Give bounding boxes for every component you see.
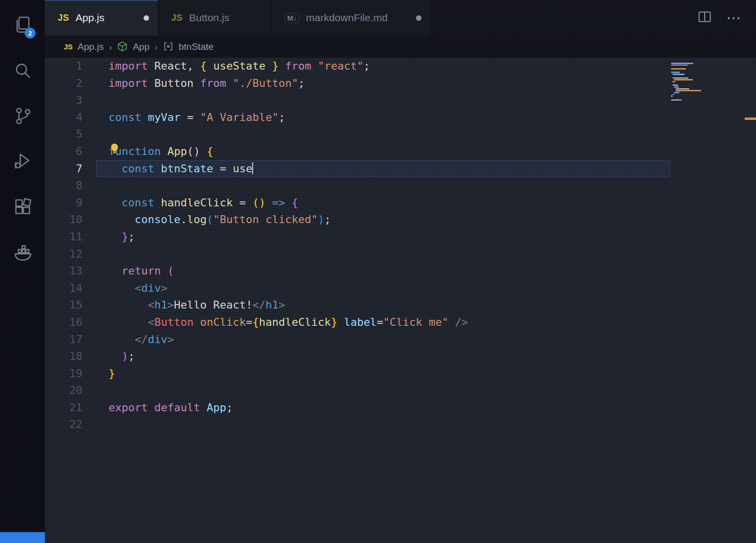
code-token [338, 316, 344, 328]
code-token: ( [207, 213, 213, 226]
code-token: < [135, 282, 141, 294]
code-token [109, 213, 135, 226]
code-token [154, 162, 161, 175]
run-and-debug-icon[interactable] [13, 151, 33, 170]
code-line-1[interactable]: 1import React, { useState } from "react"… [45, 58, 756, 75]
code-token: div [141, 282, 161, 294]
code-line-18[interactable]: 18 ); [45, 348, 756, 365]
line-number[interactable]: 3 [45, 92, 82, 109]
line-number[interactable]: 21 [45, 399, 82, 417]
code-line-2[interactable]: 2import Button from "./Button"; [45, 75, 756, 92]
code-action-lightbulb-icon[interactable] [109, 143, 120, 155]
code-line-10[interactable]: 10 console.log("Button clicked"); [45, 211, 756, 229]
code-token: > [278, 299, 285, 311]
code-token: > [167, 333, 174, 346]
editor-pane[interactable]: 1import React, { useState } from "react"… [45, 58, 756, 543]
code-token: h1 [265, 299, 279, 311]
line-number[interactable]: 1 [45, 58, 82, 75]
code-line-14[interactable]: 14 <div> [45, 280, 756, 297]
code-token: handleClick [259, 316, 331, 328]
code-token [148, 401, 154, 414]
code-token: myVar [148, 111, 180, 123]
code-line-13[interactable]: 13 return ( [45, 263, 756, 280]
overview-ruler-marker[interactable] [745, 117, 756, 120]
docker-icon[interactable] [13, 243, 33, 263]
code-line-8[interactable]: 8 [45, 177, 756, 194]
modified-dot-icon[interactable] [416, 15, 421, 21]
line-number[interactable]: 2 [45, 75, 82, 92]
code-line-15[interactable]: 15 <h1>Hello React!</h1> [45, 297, 756, 314]
code-text: return ( [82, 263, 174, 280]
vscode-window: 2 JS App.js JS Button.js M↓ mark [0, 0, 756, 543]
line-number[interactable]: 11 [45, 229, 82, 246]
tab-markdownfile-md[interactable]: M↓ markdownFile.md [272, 0, 431, 36]
code-token: h1 [154, 299, 168, 311]
code-token: const [122, 162, 154, 175]
line-number[interactable]: 12 [45, 246, 82, 263]
code-line-12[interactable]: 12 [45, 246, 756, 263]
code-token: = [181, 111, 200, 123]
line-number[interactable]: 17 [45, 331, 82, 349]
minimap[interactable] [671, 63, 717, 103]
line-number[interactable]: 13 [45, 263, 82, 280]
breadcrumb-symbol-btnstate[interactable]: btnState [179, 41, 214, 52]
more-actions-icon[interactable]: ⋯ [726, 10, 742, 25]
code-token: ) [318, 213, 324, 226]
code-text: <h1>Hello React!</h1> [82, 297, 285, 314]
minimap-line [671, 63, 693, 64]
line-number[interactable]: 9 [45, 194, 82, 212]
code-line-20[interactable]: 20 [45, 382, 756, 399]
line-number[interactable]: 15 [45, 297, 82, 314]
explorer-icon[interactable]: 2 [13, 15, 33, 35]
line-number[interactable]: 6 [45, 143, 82, 160]
code-token: = use [213, 162, 252, 175]
code-token [109, 231, 122, 243]
code-token: default [154, 401, 200, 414]
code-token [449, 316, 455, 328]
breadcrumb-file[interactable]: App.js [77, 41, 104, 52]
extensions-icon[interactable] [13, 197, 33, 217]
code-line-5[interactable]: 5 [45, 126, 756, 143]
code-text: import React, { useState } from "react"; [82, 58, 370, 75]
split-editor-icon[interactable] [698, 10, 712, 26]
tab-button-js[interactable]: JS Button.js [158, 0, 272, 36]
line-number[interactable]: 19 [45, 365, 82, 383]
code-token: const [122, 196, 154, 209]
source-control-icon[interactable] [13, 106, 33, 126]
tab-app-js[interactable]: JS App.js [45, 0, 158, 36]
line-number[interactable]: 22 [45, 416, 82, 433]
code-token: ( [167, 265, 174, 277]
code-token: log [187, 213, 207, 226]
modified-dot-icon[interactable] [144, 15, 149, 21]
search-icon[interactable] [13, 61, 33, 81]
tab-bar: JS App.js JS Button.js M↓ markdownFile.m… [45, 0, 756, 36]
tab-label: markdownFile.md [306, 12, 388, 24]
breadcrumb-symbol-app[interactable]: App [133, 41, 150, 52]
code-line-7[interactable]: 7 const btnState = use [45, 160, 756, 178]
code-line-3[interactable]: 3 [45, 92, 756, 109]
code-line-4[interactable]: 4const myVar = "A Variable"; [45, 109, 756, 126]
line-number[interactable]: 20 [45, 382, 82, 399]
line-number[interactable]: 7 [45, 160, 82, 178]
code-line-6[interactable]: 6function App() { [45, 143, 756, 160]
line-number[interactable]: 4 [45, 109, 82, 126]
code-text: ); [82, 348, 135, 365]
code-line-21[interactable]: 21export default App; [45, 399, 756, 417]
line-number[interactable]: 8 [45, 177, 82, 194]
line-number[interactable]: 5 [45, 126, 82, 143]
code-line-19[interactable]: 19} [45, 365, 756, 383]
line-number[interactable]: 10 [45, 211, 82, 229]
code-line-17[interactable]: 17 </div> [45, 331, 756, 349]
line-number[interactable]: 14 [45, 280, 82, 297]
code-token [285, 196, 292, 209]
javascript-file-icon: JS [64, 42, 73, 51]
code-line-16[interactable]: 16 <Button onClick={handleClick} label="… [45, 314, 756, 331]
code-token: < [148, 299, 154, 311]
line-number[interactable]: 18 [45, 348, 82, 365]
code-token: App [167, 145, 187, 157]
code-token: </ [135, 333, 148, 346]
code-line-11[interactable]: 11 }; [45, 229, 756, 246]
code-line-22[interactable]: 22 [45, 416, 756, 433]
code-line-9[interactable]: 9 const handleClick = () => { [45, 194, 756, 212]
line-number[interactable]: 16 [45, 314, 82, 331]
